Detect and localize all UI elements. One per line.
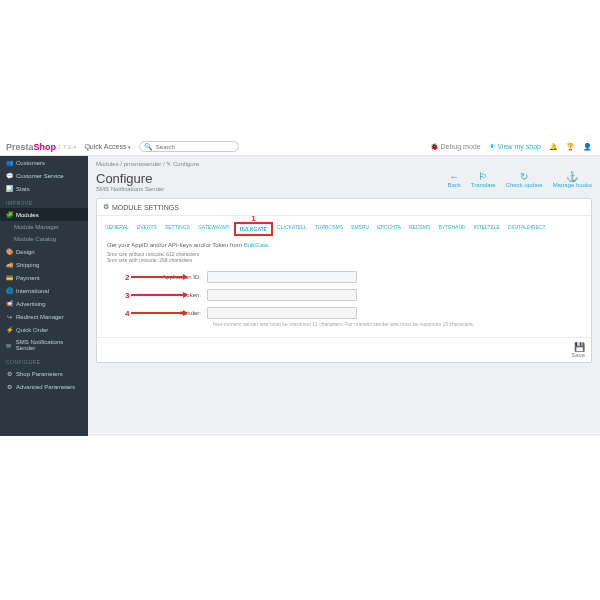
version-label: 1.7.6.4: [58, 144, 76, 150]
callout-1: 1: [251, 214, 255, 223]
tab-redsms[interactable]: REDSMS: [405, 222, 434, 236]
sidebar-item[interactable]: 🌐International: [0, 284, 88, 297]
save-icon: 💾: [103, 342, 585, 352]
sidebar-item[interactable]: 🎨Design: [0, 245, 88, 258]
section-title: CONFIGURE: [0, 354, 88, 367]
text-input[interactable]: [207, 307, 357, 319]
callout-arrow: 2: [125, 273, 188, 282]
sms-size-info: Sms size without unicode: 612 characters…: [107, 251, 581, 263]
toolbar-action[interactable]: ⚓Manage hooks: [553, 171, 592, 188]
bell-icon[interactable]: 🔔: [549, 143, 558, 151]
tab-events[interactable]: EVENTS: [133, 222, 161, 236]
toolbar-action[interactable]: ↻Check update: [506, 171, 543, 188]
sidebar-item[interactable]: 📢Advertising: [0, 297, 88, 310]
sidebar-item[interactable]: 🧩Modules: [0, 208, 88, 221]
tab-turbosms[interactable]: TURBOSMS: [311, 222, 347, 236]
sidebar-item[interactable]: 👥Customers: [0, 156, 88, 169]
breadcrumb: Modules / pmsmssender / ✎ Configure: [88, 156, 600, 171]
tab-inteltele[interactable]: INTELTELE: [470, 222, 504, 236]
tab-bytehand[interactable]: BYTEHAND: [434, 222, 469, 236]
text-input[interactable]: [207, 289, 357, 301]
profile-icon[interactable]: 👤: [583, 143, 592, 151]
sidebar-item[interactable]: ⚙Shop Parameters: [0, 367, 88, 380]
sidebar-item[interactable]: 🚚Shipping: [0, 258, 88, 271]
sidebar-item[interactable]: Module Catalog: [0, 233, 88, 245]
help-text: Get your AppID and/or API-keys and/or To…: [107, 242, 581, 248]
view-shop-link[interactable]: 👁 View my shop: [489, 143, 541, 150]
gear-icon: ⚙: [103, 203, 109, 211]
top-bar: PrestaShop 1.7.6.4 Quick Access 🔍 🐞 Debu…: [0, 138, 600, 156]
tab-settings[interactable]: SETTINGS: [161, 222, 194, 236]
sidebar-item[interactable]: ✉SMS Notifications Sender: [0, 336, 88, 354]
sidebar-item[interactable]: ⚙Advanced Parameters: [0, 380, 88, 393]
tab-bulkgate[interactable]: BULKGATE1: [234, 222, 273, 236]
tab-general[interactable]: GENERAL: [101, 222, 133, 236]
logo: PrestaShop: [6, 142, 56, 152]
callout-arrow: 4: [125, 309, 188, 318]
sidebar-item[interactable]: 📊Stats: [0, 182, 88, 195]
panel-heading: ⚙ MODULE SETTINGS: [97, 199, 591, 216]
toolbar-action[interactable]: ←Back: [447, 171, 460, 188]
page-title: Configure: [96, 171, 164, 186]
section-title: IMPROVE: [0, 195, 88, 208]
module-settings-panel: ⚙ MODULE SETTINGS GENERALEVENTSSETTINGSG…: [96, 198, 592, 363]
sender-hint: Non-numeric sender size must be maximum …: [213, 321, 581, 327]
tab-digitaldirect[interactable]: DIGITALDIRECT: [504, 222, 550, 236]
tab-gatewayapi[interactable]: GATEWAYAPI: [194, 222, 234, 236]
quick-access-dropdown[interactable]: Quick Access: [84, 143, 130, 150]
trophy-icon[interactable]: 🏆: [566, 143, 575, 151]
search-input[interactable]: [156, 144, 226, 150]
tab-clickatell[interactable]: CLICKATELL: [273, 222, 311, 236]
form-row: 3Token:: [107, 289, 581, 301]
tab-epochta[interactable]: EPOCHTA: [373, 222, 405, 236]
debug-mode-toggle[interactable]: 🐞 Debug mode: [430, 143, 481, 151]
gateway-tabs: GENERALEVENTSSETTINGSGATEWAYAPIBULKGATE1…: [97, 216, 591, 236]
search-box[interactable]: 🔍: [139, 141, 239, 152]
search-icon: 🔍: [144, 143, 153, 151]
bulkgate-link[interactable]: BulkGate: [244, 242, 269, 248]
page-subtitle: SMS Notifications Sender: [96, 186, 164, 192]
form-row: 4Sender:: [107, 307, 581, 319]
tab-smsru[interactable]: SMSRU: [347, 222, 373, 236]
text-input[interactable]: [207, 271, 357, 283]
toolbar-action[interactable]: 🏳Translate: [471, 171, 496, 188]
sidebar-item[interactable]: Module Manager: [0, 221, 88, 233]
sidebar-item[interactable]: ⚡Quick Order: [0, 323, 88, 336]
callout-arrow: 3: [125, 291, 188, 300]
sidebar-item[interactable]: 💬Customer Service: [0, 169, 88, 182]
save-button[interactable]: 💾 Save: [97, 337, 591, 362]
sidebar-nav: 👥Customers💬Customer Service📊StatsIMPROVE…: [0, 156, 88, 436]
sidebar-item[interactable]: 💳Payment: [0, 271, 88, 284]
form-row: 2Application ID:: [107, 271, 581, 283]
sidebar-item[interactable]: ↪Redirect Manager: [0, 310, 88, 323]
